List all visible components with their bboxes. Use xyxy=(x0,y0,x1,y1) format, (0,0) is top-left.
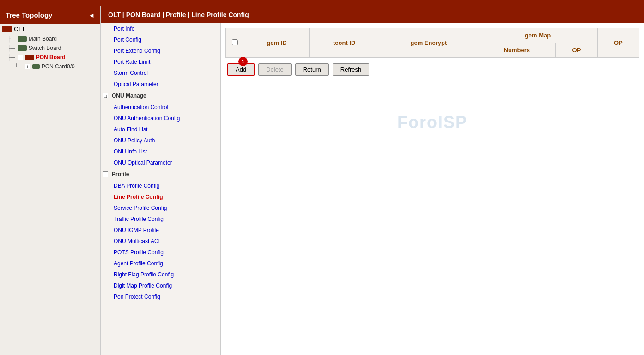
subnav-auto-find-list[interactable]: Auto Find List xyxy=(101,124,220,135)
main-board-label: Main Board xyxy=(29,36,57,42)
table-header-checkbox xyxy=(226,28,244,58)
subnav-port-rate-limit[interactable]: Port Rate Limit xyxy=(101,56,220,67)
subnav-digit-map-profile[interactable]: Digit Map Profile Config xyxy=(101,280,220,291)
tree-item-pon-board[interactable]: ├─ - PON Board xyxy=(0,53,100,62)
subnav-onu-optical-param[interactable]: ONU Optical Parameter xyxy=(101,157,220,168)
subnav-onu-igmp-profile[interactable]: ONU IGMP Profile xyxy=(101,225,220,236)
subnav-auth-control[interactable]: Authentication Control xyxy=(101,102,220,113)
main-board-icon xyxy=(18,36,27,42)
switch-board-icon xyxy=(18,45,27,51)
sidebar-header: Tree Topology ◄ xyxy=(0,6,100,24)
subnav-dba-profile[interactable]: DBA Profile Config xyxy=(101,180,220,191)
pon-board-label: PON Board xyxy=(36,54,66,61)
table-header-gem-id: gem ID xyxy=(244,28,310,58)
delete-button[interactable]: Delete xyxy=(258,63,292,76)
subnav-port-extend-config[interactable]: Port Extend Config xyxy=(101,45,220,56)
content-area: Port Info Port Config Port Extend Config… xyxy=(101,23,644,355)
pon-card-icon xyxy=(32,64,40,69)
subnav-pots-profile[interactable]: POTS Profile Config xyxy=(101,247,220,258)
subnav-onu-multicast-acl[interactable]: ONU Multicast ACL xyxy=(101,236,220,247)
pon-board-icon xyxy=(25,55,34,60)
expand-onu-icon[interactable]: □ xyxy=(103,93,108,98)
subnav-storm-control[interactable]: Storm Control xyxy=(101,67,220,79)
refresh-button[interactable]: Refresh xyxy=(333,63,370,76)
main-layout: Tree Topology ◄ OLT ├─ Main Board ├─ Swi… xyxy=(0,6,644,355)
badge: 1 xyxy=(238,57,248,66)
expand-card-icon[interactable]: + xyxy=(25,64,30,69)
sidebar: Tree Topology ◄ OLT ├─ Main Board ├─ Swi… xyxy=(0,6,101,355)
watermark-text: ForoISP xyxy=(397,113,468,132)
right-panel: OLT | PON Board | Profile | Line Profile… xyxy=(101,6,644,355)
subnav-agent-profile[interactable]: Agent Profile Config xyxy=(101,258,220,269)
subnav-onu-auth-config[interactable]: ONU Authentication Config xyxy=(101,113,220,124)
table-header-gem-encrypt: gem Encrypt xyxy=(379,28,478,58)
subnav-onu-policy-auth[interactable]: ONU Policy Auth xyxy=(101,135,220,146)
sidebar-toggle-icon[interactable]: ◄ xyxy=(88,12,95,19)
tree-item-olt[interactable]: OLT xyxy=(0,24,100,34)
expand-pon-icon[interactable]: - xyxy=(18,55,23,60)
sub-nav: Port Info Port Config Port Extend Config… xyxy=(101,23,221,355)
tree-line-3: ├─ xyxy=(6,54,17,61)
watermark-area: ForoISP xyxy=(225,76,639,169)
table-header-gem-map: gem Map xyxy=(478,28,597,43)
tree-line-4: └─ xyxy=(13,63,24,70)
profile-label: Profile xyxy=(112,171,129,178)
switch-board-label: Switch Board xyxy=(29,45,61,51)
subnav-pon-protect-config[interactable]: Pon Protect Config xyxy=(101,291,220,302)
tree-line: ├─ xyxy=(6,36,17,42)
pon-card-label: PON Card0/0 xyxy=(42,63,75,70)
subnav-line-profile[interactable]: Line Profile Config xyxy=(101,191,220,202)
gem-table: gem ID tcont ID gem Encrypt gem Map OP N… xyxy=(225,28,639,58)
subnav-onu-info-list[interactable]: ONU Info List xyxy=(101,146,220,157)
tree-item-switch-board[interactable]: ├─ Switch Board xyxy=(0,43,100,53)
olt-icon xyxy=(2,26,12,32)
table-header-tcont-id: tcont ID xyxy=(309,28,379,58)
tree-line-2: ├─ xyxy=(6,45,17,51)
subnav-section-profile[interactable]: - Profile xyxy=(101,168,220,180)
subnav-traffic-profile[interactable]: Traffic Profile Config xyxy=(101,214,220,225)
table-header-numbers: Numbers xyxy=(478,43,556,58)
onu-manage-label: ONU Manage xyxy=(112,92,146,99)
tree-item-main-board[interactable]: ├─ Main Board xyxy=(0,34,100,43)
subnav-port-info[interactable]: Port Info xyxy=(101,23,220,34)
main-content: gem ID tcont ID gem Encrypt gem Map OP N… xyxy=(221,23,644,355)
table-header-op-sub: OP xyxy=(556,43,597,58)
subnav-service-profile[interactable]: Service Profile Config xyxy=(101,202,220,214)
subnav-optical-parameter[interactable]: Optical Parameter xyxy=(101,79,220,90)
button-row: 1 Add Delete Return Refresh xyxy=(225,63,639,76)
subnav-right-flag-profile[interactable]: Right Flag Profile Config xyxy=(101,269,220,280)
breadcrumb: OLT | PON Board | Profile | Line Profile… xyxy=(101,6,644,23)
return-button[interactable]: Return xyxy=(295,63,329,76)
select-all-checkbox[interactable] xyxy=(232,39,238,45)
tree-item-pon-card[interactable]: └─ + PON Card0/0 xyxy=(0,62,100,71)
table-header-op: OP xyxy=(597,28,639,58)
subnav-section-onu-manage[interactable]: □ ONU Manage xyxy=(101,90,220,102)
olt-label: OLT xyxy=(14,25,25,32)
sidebar-title: Tree Topology xyxy=(6,11,52,19)
top-bar xyxy=(0,0,644,6)
subnav-port-config[interactable]: Port Config xyxy=(101,34,220,45)
expand-profile-icon[interactable]: - xyxy=(103,171,108,177)
